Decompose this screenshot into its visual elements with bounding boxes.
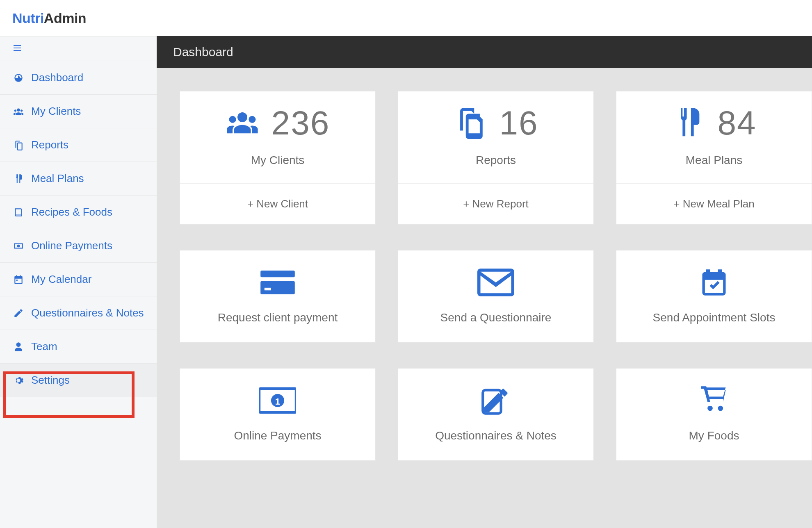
- action-card-send-slots[interactable]: Send Appointment Slots: [616, 250, 812, 343]
- settings-icon: [12, 375, 25, 386]
- sidebar-item-label: Questionnaires & Notes: [31, 307, 144, 319]
- stats-row: 236 My Clients + New Client 16: [180, 91, 812, 225]
- new-client-button[interactable]: + New Client: [180, 184, 375, 224]
- cart-icon: [696, 385, 732, 418]
- action-label: Questionnaires & Notes: [435, 429, 557, 442]
- sidebar-item-team[interactable]: Team: [0, 330, 157, 364]
- team-icon: [12, 341, 25, 352]
- action-card-online-payments[interactable]: 1 Online Payments: [180, 368, 376, 461]
- stat-card-reports[interactable]: 16 Reports + New Report: [398, 91, 594, 225]
- questionnaires-icon: [12, 308, 25, 319]
- payments-icon: [12, 241, 25, 251]
- action-label: Request client payment: [218, 311, 338, 324]
- sidebar: Dashboard My Clients Reports Meal Plans: [0, 36, 157, 528]
- hamburger-icon: [12, 43, 22, 55]
- sidebar-item-questionnaires[interactable]: Questionnaires & Notes: [0, 296, 157, 330]
- calendarcheck-icon: [696, 267, 732, 300]
- sidebar-item-calendar[interactable]: My Calendar: [0, 263, 157, 296]
- action-card-questionnaires-notes[interactable]: Questionnaires & Notes: [398, 368, 594, 461]
- new-report-button[interactable]: + New Report: [398, 184, 593, 224]
- sidebar-item-dashboard[interactable]: Dashboard: [0, 61, 157, 95]
- sidebar-item-recipes[interactable]: Recipes & Foods: [0, 196, 157, 229]
- svg-rect-0: [260, 271, 295, 277]
- edit-icon: [477, 385, 514, 418]
- sidebar-item-payments[interactable]: Online Payments: [0, 229, 157, 263]
- sidebar-item-label: My Calendar: [31, 273, 91, 286]
- stat-count: 84: [717, 104, 756, 142]
- sidebar-item-label: Settings: [31, 374, 70, 387]
- money-icon: 1: [259, 385, 296, 418]
- clients-icon: [226, 105, 259, 141]
- stat-card-clients[interactable]: 236 My Clients + New Client: [180, 91, 376, 225]
- page-title: Dashboard: [173, 45, 233, 59]
- calendar-icon: [12, 274, 25, 285]
- actions-row-1: Request client payment Send a Questionna…: [180, 250, 812, 343]
- dashboard-icon: [12, 73, 25, 83]
- stat-count: 236: [271, 104, 330, 142]
- action-card-request-payment[interactable]: Request client payment: [180, 250, 376, 343]
- stat-label: My Clients: [251, 154, 305, 167]
- sidebar-item-mealplans[interactable]: Meal Plans: [0, 162, 157, 196]
- sidebar-item-label: Reports: [31, 139, 68, 151]
- creditcard-icon: [259, 267, 296, 300]
- clients-icon: [12, 106, 25, 117]
- page-title-bar: Dashboard: [157, 36, 812, 68]
- action-label: My Foods: [689, 429, 739, 442]
- reports-icon: [453, 105, 487, 141]
- action-card-my-foods[interactable]: My Foods: [616, 368, 812, 461]
- sidebar-item-label: Team: [31, 340, 57, 353]
- sidebar-item-label: Dashboard: [31, 71, 83, 84]
- action-label: Send Appointment Slots: [653, 311, 776, 324]
- sidebar-item-label: My Clients: [31, 105, 81, 118]
- app-header: NutriAdmin: [0, 0, 812, 36]
- brand-part1: Nutri: [12, 10, 44, 26]
- actions-row-2: 1 Online Payments Questionnaires & Notes…: [180, 368, 812, 461]
- stat-label: Reports: [476, 154, 516, 167]
- brand-logo[interactable]: NutriAdmin: [12, 10, 86, 26]
- brand-part2: Admin: [44, 10, 86, 26]
- action-label: Online Payments: [234, 429, 321, 442]
- mealplans-icon: [671, 105, 705, 141]
- sidebar-item-label: Recipes & Foods: [31, 206, 112, 218]
- new-mealplan-button[interactable]: + New Meal Plan: [616, 184, 812, 224]
- reports-icon: [12, 140, 25, 150]
- svg-rect-2: [265, 288, 271, 290]
- recipes-icon: [12, 207, 25, 218]
- sidebar-item-settings[interactable]: Settings: [0, 364, 157, 397]
- sidebar-toggle[interactable]: [0, 36, 157, 61]
- svg-text:1: 1: [275, 396, 281, 407]
- stat-card-mealplans[interactable]: 84 Meal Plans + New Meal Plan: [616, 91, 812, 225]
- envelope-icon: [477, 267, 514, 300]
- action-card-send-questionnaire[interactable]: Send a Questionnaire: [398, 250, 594, 343]
- sidebar-item-clients[interactable]: My Clients: [0, 95, 157, 128]
- main-content: Dashboard 236 My Clients + New Clie: [157, 36, 812, 528]
- sidebar-item-label: Meal Plans: [31, 172, 84, 185]
- stat-count: 16: [499, 104, 538, 142]
- mealplans-icon: [12, 173, 25, 184]
- sidebar-item-label: Online Payments: [31, 239, 112, 252]
- stat-label: Meal Plans: [686, 154, 743, 167]
- action-label: Send a Questionnaire: [440, 311, 552, 324]
- sidebar-item-reports[interactable]: Reports: [0, 128, 157, 162]
